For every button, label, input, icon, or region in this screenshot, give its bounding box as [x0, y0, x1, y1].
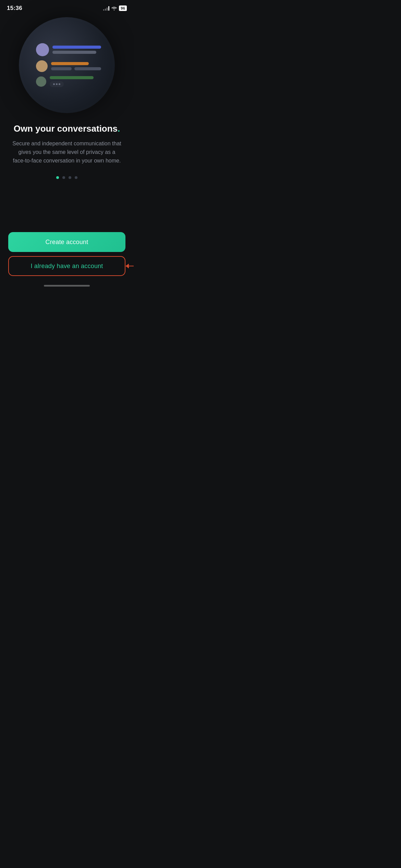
page-dot-3: [69, 176, 71, 179]
home-indicator: [44, 285, 90, 287]
status-bar: 15:36 96: [0, 0, 134, 14]
typing-dot-3: [59, 83, 60, 85]
chat-line-green: [50, 76, 94, 79]
avatar-3: [36, 76, 46, 87]
page-dot-4: [75, 176, 77, 179]
hero-illustration: [19, 17, 115, 113]
typing-dot-1: [53, 83, 55, 85]
page-dot-2: [62, 176, 65, 179]
chat-line-gray1: [52, 51, 96, 54]
signal-icon: [103, 6, 109, 11]
wifi-icon: [111, 6, 117, 10]
chat-lines-1: [52, 46, 101, 54]
headline-container: Own your conversations.: [10, 123, 124, 134]
subtext: Secure and independent communication tha…: [8, 140, 125, 165]
arrow-head: [125, 264, 129, 268]
chat-row-3: [36, 76, 101, 87]
chat-line-blue: [52, 46, 101, 49]
login-button[interactable]: I already have an account: [8, 256, 125, 276]
typing-dot-2: [56, 83, 58, 85]
chat-row-2: [36, 60, 101, 72]
headline-text: Own your conversations: [14, 123, 118, 134]
chat-row-1: [36, 43, 101, 56]
chat-line-gray3: [74, 67, 101, 70]
avatar-2: [36, 60, 48, 72]
login-button-wrapper: I already have an account: [8, 256, 125, 276]
create-account-button[interactable]: Create account: [8, 232, 125, 252]
battery-icon: 96: [119, 5, 127, 11]
status-time: 15:36: [7, 5, 22, 12]
chat-line-gray2: [51, 67, 72, 70]
typing-indicator: [50, 81, 64, 87]
bottom-area: Create account I already have an account: [0, 232, 134, 283]
arrow-annotation: [126, 264, 134, 268]
pagination: [56, 176, 77, 179]
page-dot-1: [56, 176, 59, 179]
headline-dot: .: [118, 123, 120, 134]
chat-line-orange: [51, 62, 89, 65]
status-icons: 96: [103, 5, 127, 11]
chat-lines-2: [51, 62, 101, 70]
main-content: Own your conversations. Secure and indep…: [0, 14, 134, 232]
avatar-1: [36, 43, 49, 56]
arrow-shaft: [129, 266, 134, 267]
chat-lines-3: [50, 76, 101, 87]
